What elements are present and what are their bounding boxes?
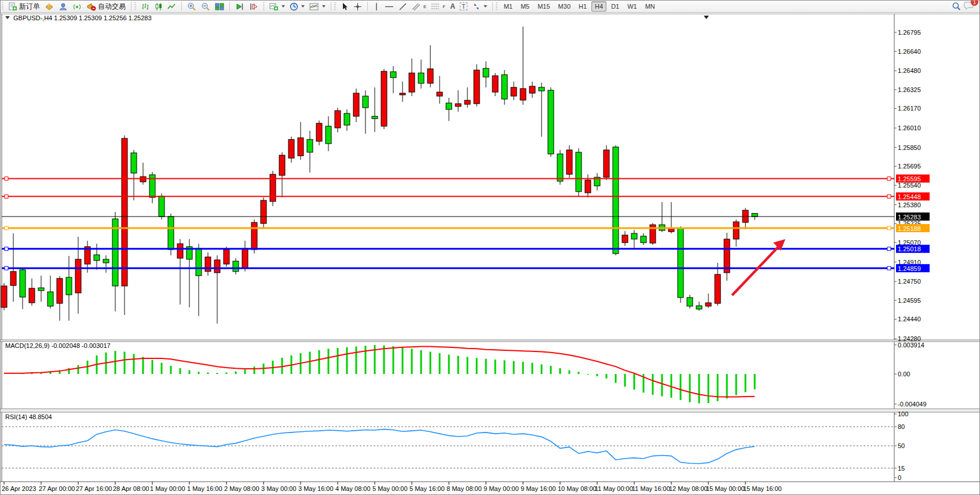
trendline-button[interactable] [396,1,409,12]
line-handle[interactable] [887,177,891,180]
crosshair-button[interactable] [351,1,364,12]
horizontal-line-button[interactable] [382,1,396,12]
price-axis-label: 1.25380 [898,201,921,208]
time-axis-label: 1 May 00:00 [150,485,185,492]
chart-shift-button[interactable] [247,1,261,12]
candle-body [131,153,137,173]
chat-button[interactable]: 1 [964,1,975,12]
timeframe-button-d1[interactable]: D1 [608,1,623,12]
candlestick-button[interactable] [152,1,165,12]
price-axis-label: 1.26480 [898,67,921,74]
template-button[interactable] [307,1,328,12]
zoom-out-icon [201,2,210,11]
timeframe-button-h1[interactable]: H1 [575,1,590,12]
line-handle[interactable] [887,226,891,230]
objects-group [337,1,365,13]
label-t-glyph: T [460,2,467,10]
candle-body [566,150,572,174]
fibonacci-button[interactable]: F [429,1,448,12]
text-label-button[interactable]: T [458,1,470,12]
deposit-button[interactable] [42,1,56,12]
candle [270,171,276,206]
pane-separator[interactable] [1,409,980,412]
line-handle[interactable] [5,247,8,251]
timeframe-button-m15[interactable]: M15 [534,1,553,12]
candle [604,145,609,180]
price-axis-label: 1.24750 [898,278,921,285]
separator [331,2,331,11]
macd-axis-label: 0.00 [898,371,910,377]
trendline-icon [398,2,407,11]
line-chart-button[interactable] [165,1,178,12]
time-axis-label: 1 May 16:00 [187,485,222,492]
community-button[interactable] [56,1,70,12]
line-handle[interactable] [887,266,891,270]
timeframe-button-m1[interactable]: M1 [500,1,516,12]
timeframe-button-mn[interactable]: MN [642,1,659,12]
candle-body [752,214,758,217]
candle-body [465,100,470,104]
timeframe-button-w1[interactable]: W1 [624,1,641,12]
price-axis-label: 1.26325 [898,86,921,93]
candle-body [539,87,544,91]
line-handle[interactable] [887,195,891,198]
line-handle[interactable] [5,177,8,180]
fibonacci-icon [431,2,441,11]
timeframe-button-m5[interactable]: M5 [517,1,533,12]
vertical-line-button[interactable] [371,1,382,12]
timeframe-button-m30[interactable]: M30 [555,1,574,12]
line-handle[interactable] [5,266,8,270]
candle [576,148,582,196]
channel-button[interactable]: E [409,1,429,12]
price-axis-label: 1.25695 [898,163,921,170]
line-handle[interactable] [5,226,8,230]
macd-label: MACD(12,26,9) -0.002048 -0.003017 [5,342,111,349]
period-button[interactable] [287,1,307,12]
separator [131,2,131,11]
signals-button[interactable] [70,1,84,12]
candle-body [103,259,109,263]
chart-area[interactable]: 1.267951.266401.264801.263251.261701.260… [1,13,980,495]
price-axis-label: 1.26640 [898,48,921,55]
bar-chart-button[interactable] [138,1,152,12]
price-badge: 1.24859 [896,264,930,272]
new-order-button[interactable]: 新订单 [6,1,42,13]
new-chart-button[interactable] [267,1,287,12]
bar-chart-icon [141,2,149,11]
price-badge-label: 1.25448 [898,193,921,200]
auto-scroll-button[interactable] [233,1,247,12]
auto-trading-button[interactable]: 自动交易 [84,1,128,13]
line-handle[interactable] [887,247,891,251]
price-badge-label: 1.25018 [898,245,921,252]
arrows-button[interactable] [470,1,489,12]
zoom-out-button[interactable] [199,1,213,12]
toolbar-grip[interactable] [134,2,136,10]
text-button[interactable]: A [448,1,458,12]
auto-scroll-icon [235,2,244,11]
cursor-button[interactable] [338,1,351,12]
price-axis-label: 1.25850 [898,144,921,151]
candle-body [363,96,368,108]
candle-body [492,76,498,92]
candle-body [205,257,211,272]
horizontal-line-icon [385,2,394,11]
toolbar-grip[interactable] [496,2,498,10]
candle-body [38,288,44,291]
candle-body [298,138,303,156]
search-button[interactable] [949,1,964,12]
trade-group: 新订单 自动交易 [5,1,129,13]
toolbar-grip[interactable] [2,2,3,10]
rsi-axis-label: 100 [898,410,908,417]
candle-body [687,298,693,306]
candle-body [715,274,721,303]
search-icon [952,2,961,11]
zoom-in-button[interactable] [185,1,199,12]
line-handle[interactable] [5,195,8,198]
toolbar-grip[interactable] [334,2,336,10]
candle-body [557,154,563,181]
timeframe-button-h4[interactable]: H4 [591,1,606,12]
tile-windows-button[interactable] [213,1,226,12]
candle-body [316,123,322,141]
time-axis-label: 9 May 00:00 [484,485,519,492]
zoom-in-icon [187,2,196,11]
